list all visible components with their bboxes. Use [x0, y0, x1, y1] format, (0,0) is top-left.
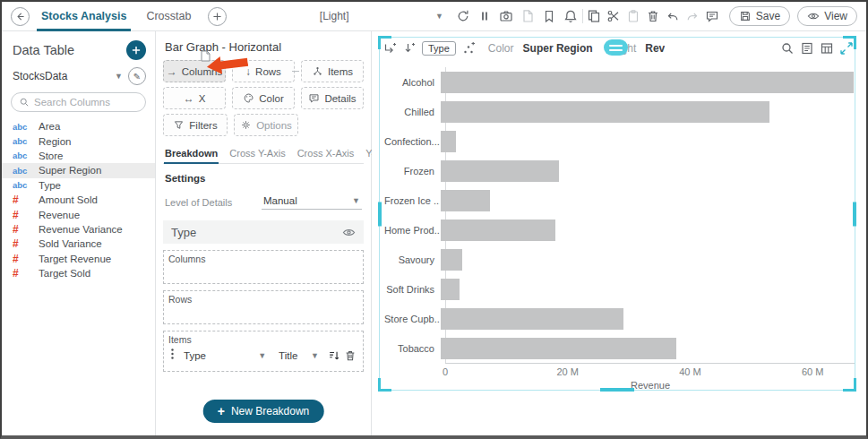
- type-button[interactable]: Type: [422, 41, 456, 56]
- bar[interactable]: [441, 308, 623, 330]
- rows-shelf-button[interactable]: ↓Rows: [232, 60, 295, 82]
- cut-icon[interactable]: [606, 9, 622, 24]
- items-dropzone-label: Items: [168, 334, 358, 345]
- category-label: Store Cupb...: [384, 314, 440, 324]
- pencil-icon: ✎: [133, 72, 141, 82]
- chart-row: Frozen: [384, 156, 855, 185]
- item-row: Type ▼ Title ▼: [168, 348, 358, 364]
- column-item-revenue[interactable]: #Revenue: [2, 207, 155, 221]
- copy-icon[interactable]: [587, 9, 602, 24]
- bar[interactable]: [441, 249, 462, 271]
- maximize-icon[interactable]: [839, 41, 854, 56]
- comment-icon[interactable]: [705, 9, 720, 24]
- rows-dropzone[interactable]: Rows: [163, 290, 364, 324]
- table-name[interactable]: StocksData: [13, 70, 109, 82]
- trash-icon[interactable]: [646, 9, 661, 24]
- settings-heading: Settings: [165, 173, 362, 184]
- shelf-connector: [292, 71, 299, 72]
- column-item-amount-sold[interactable]: #Amount Sold: [2, 193, 155, 207]
- bar-track: [440, 338, 855, 359]
- column-item-store[interactable]: abcStore: [2, 149, 155, 163]
- item-title-select[interactable]: Title: [279, 350, 307, 361]
- search-columns-input[interactable]: [34, 97, 138, 108]
- bar[interactable]: [441, 72, 854, 93]
- search-icon[interactable]: [780, 41, 795, 56]
- bar[interactable]: [441, 279, 460, 300]
- bar[interactable]: [441, 190, 490, 211]
- item-field-select[interactable]: Type: [180, 350, 254, 361]
- add-tab-button[interactable]: [208, 7, 227, 26]
- bookmark-icon[interactable]: [542, 9, 557, 24]
- edit-table-button[interactable]: ✎: [128, 67, 146, 85]
- column-item-type[interactable]: abcType: [2, 178, 155, 193]
- column-item-revenue-variance[interactable]: #Revenue Variance: [2, 222, 155, 237]
- chevron-down-icon[interactable]: ▼: [115, 73, 123, 81]
- sort-icon[interactable]: [328, 349, 340, 362]
- chart-row: Alcohol: [384, 67, 855, 97]
- items-dropzone[interactable]: Items Type ▼ Title ▼: [163, 331, 364, 372]
- undo-icon[interactable]: [666, 9, 681, 24]
- height-value[interactable]: Revenue: [645, 42, 665, 55]
- column-item-target-sold[interactable]: #Target Sold: [2, 266, 155, 280]
- add-column-breakdown-icon[interactable]: [382, 41, 397, 56]
- options-shelf-button[interactable]: Options: [234, 114, 298, 136]
- x-shelf-button[interactable]: ↔X: [163, 87, 226, 109]
- bar[interactable]: [441, 220, 555, 241]
- filters-shelf-button[interactable]: Filters: [163, 114, 228, 136]
- theme-selector[interactable]: [Light] ▼: [320, 10, 443, 22]
- pause-icon[interactable]: [477, 9, 493, 24]
- camera-icon[interactable]: [499, 9, 514, 24]
- chart-row: Frozen Ice ...: [384, 185, 855, 215]
- add-row-breakdown-icon[interactable]: [402, 41, 417, 56]
- save-icon: [739, 10, 752, 22]
- new-breakdown-button[interactable]: + New Breakdown: [203, 400, 324, 423]
- shelf-buttons: →Columns↓RowsItems↔XColorDetailsFiltersO…: [163, 60, 364, 136]
- column-item-area[interactable]: abcArea: [2, 119, 155, 133]
- palette-icon: [243, 92, 254, 104]
- bar[interactable]: [441, 338, 676, 359]
- column-item-region[interactable]: abcRegion: [2, 133, 155, 148]
- visibility-eye-icon[interactable]: [342, 226, 356, 239]
- bar[interactable]: [441, 160, 559, 182]
- details-document-icon[interactable]: [800, 41, 814, 56]
- column-item-sold-variance[interactable]: #Sold Variance: [2, 237, 155, 251]
- search-columns-box[interactable]: [11, 92, 146, 112]
- bar[interactable]: [441, 101, 769, 123]
- bell-icon[interactable]: [563, 9, 579, 24]
- save-button[interactable]: Save: [729, 6, 790, 26]
- workbook-tab-stocks-analysis[interactable]: Stocks Analysis: [39, 2, 129, 31]
- details-shelf-button[interactable]: Details: [301, 87, 364, 109]
- workbook-tab-crosstab[interactable]: Crosstab: [143, 2, 193, 31]
- builder-tab-cross-y-axis[interactable]: Cross Y-Axis: [228, 145, 286, 163]
- drag-handle-icon[interactable]: [168, 348, 176, 364]
- column-item-target-revenue[interactable]: #Target Revenue: [2, 252, 155, 266]
- color-shelf-button[interactable]: Color: [232, 87, 295, 109]
- table-icon[interactable]: [820, 41, 834, 56]
- column-item-super-region[interactable]: abcSuper Region: [2, 163, 155, 177]
- pdf-export-icon: [520, 9, 536, 24]
- chevron-down-icon[interactable]: ▼: [258, 352, 266, 360]
- add-items-icon[interactable]: [461, 41, 476, 56]
- category-label: Chilled: [384, 107, 440, 117]
- breakdown-section-header[interactable]: Type: [163, 220, 364, 244]
- chevron-down-icon[interactable]: ▼: [311, 352, 319, 360]
- color-value[interactable]: Super Region: [523, 42, 593, 55]
- items-shelf-button[interactable]: Items: [301, 60, 364, 82]
- add-data-table-button[interactable]: [126, 40, 146, 60]
- selection-handle-left[interactable]: [378, 202, 382, 226]
- builder-tab-breakdown[interactable]: Breakdown: [164, 145, 219, 163]
- main-area: Data Table StocksData ▼ ✎ abcAreaabcRegi…: [2, 31, 866, 435]
- chart-panel: Type Color Super Region Height Revenue: [372, 31, 866, 435]
- delete-item-icon[interactable]: [344, 349, 357, 362]
- columns-dropzone[interactable]: Columns: [163, 250, 364, 284]
- level-of-details-select[interactable]: Manual ▼: [262, 194, 362, 210]
- builder-tab-cross-x-axis[interactable]: Cross X-Axis: [296, 145, 356, 163]
- bar[interactable]: [441, 131, 456, 152]
- view-button[interactable]: View: [797, 6, 857, 26]
- menu-handle-button[interactable]: [604, 39, 628, 56]
- back-button[interactable]: [11, 7, 30, 26]
- refresh-icon[interactable]: [456, 9, 471, 24]
- columns-shelf-button[interactable]: →Columns: [163, 60, 226, 82]
- level-of-details-label: Level of Details: [165, 197, 262, 208]
- text-type-icon: abc: [13, 151, 32, 160]
